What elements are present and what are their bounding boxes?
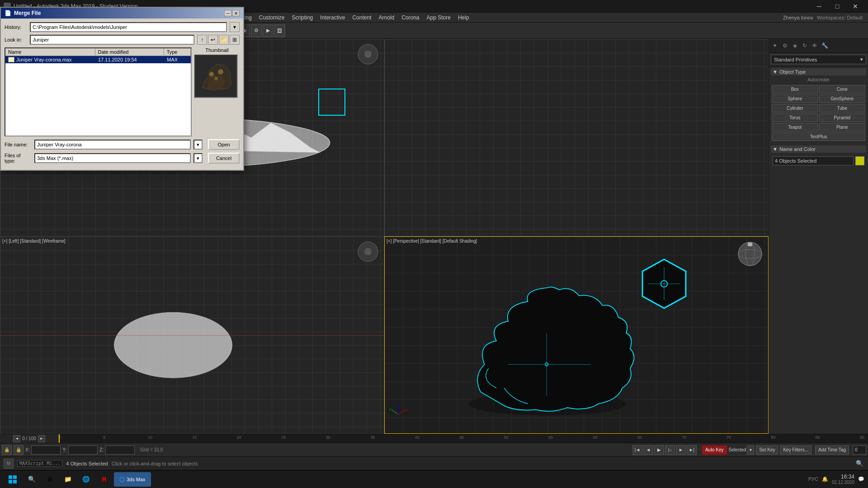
svg-point-36 — [218, 69, 223, 75]
setkey-btn[interactable]: Set Key — [756, 446, 778, 455]
taskbar-3dsmax-app[interactable]: ⬡ 3ds Max — [114, 472, 151, 487]
play-btn[interactable]: ▶ — [654, 445, 664, 455]
menu-content[interactable]: Content — [349, 14, 375, 22]
col-type[interactable]: Type — [164, 48, 191, 56]
color-swatch[interactable] — [855, 156, 864, 165]
autokey-btn[interactable]: Auto Key — [702, 446, 727, 455]
timeline-track[interactable]: 0 5 10 15 20 25 30 35 40 45 50 55 60 65 … — [59, 434, 868, 443]
object-name-input[interactable] — [773, 156, 854, 165]
prev-frame-btn[interactable]: ◄ — [643, 445, 653, 455]
panel-display-btn[interactable]: 👁 — [810, 41, 820, 51]
col-name[interactable]: Name — [5, 48, 95, 56]
tl-60: 60 — [593, 435, 597, 440]
filetype-input[interactable] — [34, 153, 191, 163]
filetype-dropdown-btn[interactable]: ▾ — [193, 153, 203, 163]
obj-torus[interactable]: Torus — [772, 113, 818, 122]
dialog-close-btn[interactable]: ✕ — [232, 10, 240, 16]
frame-input[interactable] — [853, 446, 866, 455]
taskbar-chrome-btn[interactable]: 🌐 — [78, 471, 94, 488]
obj-cone[interactable]: Cone — [819, 85, 866, 94]
start-button[interactable] — [4, 471, 22, 488]
viewport-perspective[interactable]: [+] [Perspective] [Standard] [Default Sh… — [384, 236, 769, 434]
object-type-header[interactable]: ▼ Object Type — [771, 68, 866, 75]
obj-teapot[interactable]: Teapot — [772, 123, 818, 131]
obj-sphere[interactable]: Sphere — [772, 94, 818, 103]
render-button[interactable]: ▶ — [263, 24, 274, 37]
filename-input[interactable] — [34, 140, 191, 150]
menu-corona[interactable]: Corona — [398, 14, 423, 22]
viewport-left[interactable]: [+] [Left] [Standard] [Wireframe] — [0, 236, 384, 434]
obj-geosphere[interactable]: GeoSphere — [819, 94, 866, 103]
cancel-button[interactable]: Cancel — [208, 153, 240, 164]
taskbar-search-btn[interactable]: 🔍 — [24, 471, 40, 488]
name-color-row — [771, 155, 866, 167]
viewport-top[interactable] — [384, 39, 769, 236]
search-icon-btn[interactable]: 🔍 — [854, 459, 864, 469]
menu-arnold[interactable]: Arnold — [375, 14, 398, 22]
obj-box[interactable]: Box — [772, 85, 818, 94]
lock-selection-btn[interactable]: 🔒 — [2, 445, 12, 455]
goto-end-btn[interactable]: ►| — [687, 445, 697, 455]
taskbar-yandex-btn[interactable]: Я — [96, 471, 112, 488]
x-input[interactable] — [31, 446, 61, 455]
history-dropdown-btn[interactable]: ▾ — [230, 22, 240, 32]
col-date[interactable]: Date modified — [95, 48, 164, 56]
maximize-button[interactable]: □ — [828, 0, 846, 13]
keyfilters-btn[interactable]: Key Filters... — [780, 446, 811, 455]
history-input[interactable] — [30, 22, 227, 32]
render-frame-button[interactable]: 🖼 — [274, 24, 285, 37]
close-button[interactable]: ✕ — [846, 0, 864, 13]
obj-pyramid[interactable]: Pyramid — [819, 113, 866, 122]
obj-cylinder[interactable]: Cylinder — [772, 104, 818, 113]
taskbar-app-label: 3ds Max — [127, 477, 146, 482]
panel-hierarchy-btn[interactable]: ◈ — [790, 41, 800, 51]
add-time-tag-btn[interactable]: Add Time Tag — [815, 446, 849, 455]
maxscript-btn[interactable]: M — [4, 459, 14, 469]
panel-type-dropdown[interactable]: Standard Primitives ▾ — [771, 55, 866, 64]
taskbar-taskview-btn[interactable]: ⊞ — [42, 471, 58, 488]
y-input[interactable] — [68, 446, 98, 455]
tl-40: 40 — [415, 435, 420, 440]
tl-35: 35 — [370, 435, 375, 440]
file-row-juniper[interactable]: Juniper Vray-corona.max 17.11.2020 19:54… — [5, 56, 191, 63]
lookin-folder-btn[interactable]: 📁 — [219, 35, 229, 45]
goto-start-btn[interactable]: |◄ — [632, 445, 642, 455]
timeline-prev-btn[interactable]: ◄ — [13, 435, 20, 442]
panel-modify-btn[interactable]: ⚙ — [780, 41, 790, 51]
timeline-next-btn[interactable]: ► — [38, 435, 45, 442]
file-type: MAX — [164, 56, 191, 63]
obj-textplus[interactable]: TextPlus — [772, 132, 865, 141]
merge-file-dialog[interactable]: 📄 Merge File ─ ✕ History: ▾ Look in: ↑ — [0, 7, 244, 171]
lookin-view-btn[interactable]: ⊞ — [230, 35, 240, 45]
name-color-header[interactable]: ▼ Name and Color — [771, 145, 866, 153]
selected-dropdown[interactable]: ▾ — [747, 446, 754, 455]
dialog-minimize-btn[interactable]: ─ — [224, 10, 231, 16]
minimize-button[interactable]: ─ — [810, 0, 828, 13]
menu-interactive[interactable]: Interactive — [316, 14, 349, 22]
z-input[interactable] — [105, 446, 135, 455]
tl-75: 75 — [726, 435, 731, 440]
panel-utilities-btn[interactable]: 🔧 — [820, 41, 830, 51]
obj-tube[interactable]: Tube — [819, 104, 866, 113]
coord-lock-btn[interactable]: 🔒 — [14, 445, 24, 455]
obj-plane[interactable]: Plane — [819, 123, 866, 131]
menu-help[interactable]: Help — [454, 14, 473, 22]
thumbnail-label: Thumbnail — [194, 47, 240, 53]
open-button[interactable]: Open — [208, 139, 240, 150]
tl-80: 80 — [771, 435, 775, 440]
menu-scripting[interactable]: Scripting — [288, 14, 316, 22]
menu-appstore[interactable]: App Store — [423, 14, 454, 22]
render-setup-button[interactable]: ⚙ — [251, 24, 262, 37]
taskbar-explorer-btn[interactable]: 📁 — [60, 471, 76, 488]
panel-motion-btn[interactable]: ↻ — [800, 41, 810, 51]
filename-dropdown-btn[interactable]: ▾ — [193, 140, 203, 150]
lookin-back-btn[interactable]: ↩ — [208, 35, 218, 45]
perspective-axes: X Y Z — [389, 401, 407, 420]
next-frame-btn[interactable]: ► — [676, 445, 686, 455]
thumbnail-box — [194, 55, 238, 98]
lookin-up-btn[interactable]: ↑ — [197, 35, 207, 45]
menu-customize[interactable]: Customize — [255, 14, 288, 22]
lookin-input[interactable] — [30, 35, 194, 45]
panel-create-btn[interactable]: ✦ — [770, 41, 780, 51]
play-selected-btn[interactable]: ▷ — [665, 445, 675, 455]
